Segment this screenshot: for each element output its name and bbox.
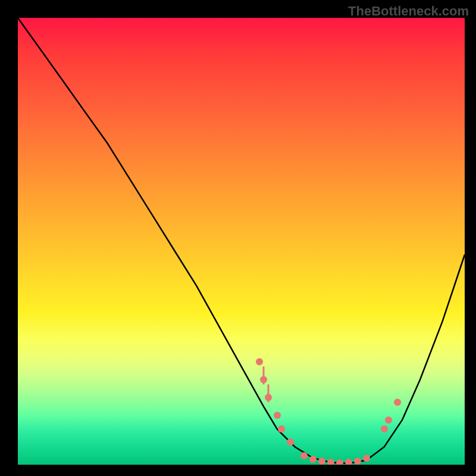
data-point bbox=[336, 459, 343, 465]
bottleneck-curve bbox=[18, 18, 465, 465]
data-point bbox=[385, 416, 392, 424]
data-point bbox=[278, 425, 285, 433]
data-tick bbox=[267, 384, 269, 402]
data-tick bbox=[263, 367, 265, 384]
data-point bbox=[318, 458, 325, 465]
data-point bbox=[381, 425, 388, 433]
data-point bbox=[274, 412, 281, 419]
data-point bbox=[394, 399, 401, 406]
data-point bbox=[287, 439, 294, 446]
data-point bbox=[345, 459, 352, 465]
data-point bbox=[363, 455, 370, 462]
data-point bbox=[327, 459, 334, 465]
data-point bbox=[300, 452, 308, 459]
data-point bbox=[256, 358, 263, 365]
watermark-text: TheBottleneck.com bbox=[348, 4, 469, 19]
plot-area bbox=[18, 18, 465, 465]
data-point bbox=[354, 458, 361, 465]
data-point bbox=[309, 456, 317, 463]
